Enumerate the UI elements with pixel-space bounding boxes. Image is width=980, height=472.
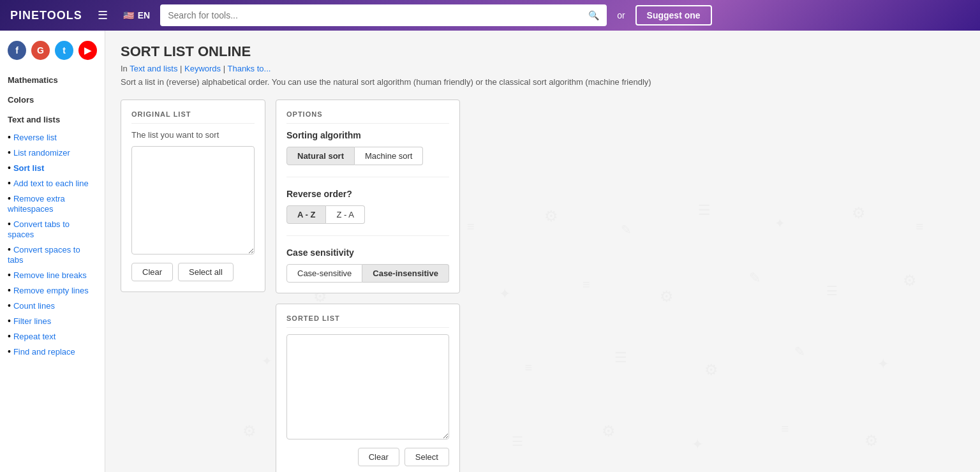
case-sensitive-button[interactable]: Case-sensitive — [286, 264, 362, 283]
search-input[interactable] — [168, 10, 588, 20]
sidebar-item-list-randomizer[interactable]: •List randomizer — [8, 145, 97, 160]
sidebar-item-convert-spaces-tabs[interactable]: •Convert spaces to tabs — [8, 242, 97, 267]
logo: PINETOOLS — [10, 9, 82, 22]
original-list-select-all-button[interactable]: Select all — [178, 263, 234, 281]
sidebar: f G t ▶ Mathematics Colors Text and list… — [0, 31, 105, 472]
sidebar-category-colors[interactable]: Colors — [0, 90, 105, 110]
sidebar-item-add-text[interactable]: •Add text to each line — [8, 175, 97, 191]
sidebar-nav-list: •Reverse list •List randomizer •Sort lis… — [0, 129, 105, 359]
original-list-clear-button[interactable]: Clear — [131, 263, 173, 281]
sidebar-link-remove-extra-whitespaces[interactable]: Remove extra whitespaces — [8, 194, 65, 214]
search-bar: 🔍 — [160, 4, 607, 26]
sidebar-item-reverse-list[interactable]: •Reverse list — [8, 129, 97, 145]
options-panel-title: OPTIONS — [286, 110, 449, 124]
sidebar-link-list-randomizer[interactable]: List randomizer — [13, 148, 70, 158]
sidebar-item-convert-tabs-spaces[interactable]: •Convert tabs to spaces — [8, 216, 97, 242]
sorted-list-panel: SORTED LIST Clear Select — [276, 304, 460, 472]
suggest-button[interactable]: Suggest one — [635, 5, 712, 26]
sidebar-category-text-and-lists-label[interactable]: Text and lists — [8, 115, 60, 124]
case-insensitive-button[interactable]: Case-insensitive — [362, 264, 449, 283]
sidebar-link-find-and-replace[interactable]: Find and replace — [13, 347, 75, 357]
hamburger-button[interactable]: ☰ — [93, 6, 113, 25]
page-description: Sort a list in (reverse) alphabetical or… — [121, 77, 965, 87]
sorting-algorithm-toggle: Natural sort Machine sort — [286, 147, 449, 165]
search-icon: 🔍 — [588, 10, 599, 20]
breadcrumb-keywords-link[interactable]: Keywords — [184, 64, 221, 73]
sidebar-link-sort-list[interactable]: Sort list — [13, 163, 44, 173]
case-sensitivity-toggle: Case-sensitive Case-insensitive — [286, 264, 449, 283]
sidebar-category-text-and-lists: Text and lists — [0, 110, 105, 129]
language-selector[interactable]: 🇺🇸 EN — [123, 10, 150, 20]
original-list-subtitle: The list you want to sort — [131, 130, 255, 140]
original-list-buttons: Clear Select all — [131, 263, 255, 281]
flag-icon: 🇺🇸 — [123, 10, 134, 20]
google-plus-icon[interactable]: G — [31, 41, 50, 60]
sidebar-link-convert-tabs-spaces[interactable]: Convert tabs to spaces — [8, 219, 70, 239]
original-list-textarea[interactable] — [131, 146, 255, 254]
sidebar-link-filter-lines[interactable]: Filter lines — [13, 316, 51, 326]
facebook-icon[interactable]: f — [8, 41, 26, 60]
breadcrumb-thanks-link[interactable]: Thanks to... — [227, 64, 271, 73]
breadcrumb-separator-1: | — [180, 64, 184, 73]
sidebar-link-add-text[interactable]: Add text to each line — [13, 179, 89, 188]
sorted-list-panel-title: SORTED LIST — [286, 314, 449, 328]
sidebar-item-sort-list[interactable]: •Sort list — [8, 160, 97, 175]
page-title: SORT LIST ONLINE — [121, 43, 965, 60]
or-text: or — [617, 10, 625, 20]
sorted-list-buttons: Clear Select — [286, 448, 449, 466]
reverse-order-group: Reverse order? A - Z Z - A — [286, 189, 449, 236]
sidebar-link-remove-empty-lines[interactable]: Remove empty lines — [13, 286, 89, 295]
breadcrumb: In Text and lists | Keywords | Thanks to… — [121, 64, 965, 73]
za-button[interactable]: Z - A — [326, 205, 364, 224]
layout: f G t ▶ Mathematics Colors Text and list… — [0, 31, 980, 472]
social-icons: f G t ▶ — [0, 41, 105, 70]
options-panel: OPTIONS Sorting algorithm Natural sort M… — [276, 100, 460, 293]
reverse-order-label: Reverse order? — [286, 189, 449, 199]
language-label: EN — [138, 10, 150, 20]
sidebar-link-remove-line-breaks[interactable]: Remove line breaks — [13, 270, 87, 280]
right-column: OPTIONS Sorting algorithm Natural sort M… — [276, 100, 460, 472]
twitter-icon[interactable]: t — [55, 41, 73, 60]
sidebar-link-count-lines[interactable]: Count lines — [13, 301, 55, 311]
sidebar-category-mathematics[interactable]: Mathematics — [0, 70, 105, 90]
breadcrumb-text-and-lists-link[interactable]: Text and lists — [130, 64, 177, 73]
sidebar-item-filter-lines[interactable]: •Filter lines — [8, 313, 97, 328]
original-list-panel-title: ORIGINAL LIST — [131, 110, 255, 124]
sidebar-link-convert-spaces-tabs[interactable]: Convert spaces to tabs — [8, 245, 80, 265]
sidebar-item-remove-line-breaks[interactable]: •Remove line breaks — [8, 267, 97, 283]
sidebar-link-reverse-list[interactable]: Reverse list — [13, 133, 57, 142]
sorted-list-clear-button[interactable]: Clear — [358, 448, 399, 466]
breadcrumb-in-text: In — [121, 64, 128, 73]
sorted-list-textarea[interactable] — [286, 334, 449, 439]
main-content: ⚙ ✎ 🔀 ≡ ⚙ ✎ ☰ ✦ ⚙ ≡ ✎ ⚙ ☰ ✦ ≡ ⚙ ✎ ☰ ⚙ ✦ — [105, 31, 980, 472]
sidebar-item-repeat-text[interactable]: •Repeat text — [8, 328, 97, 344]
sidebar-item-remove-empty-lines[interactable]: •Remove empty lines — [8, 283, 97, 298]
natural-sort-button[interactable]: Natural sort — [286, 147, 355, 165]
header: PINETOOLS ☰ 🇺🇸 EN 🔍 or Suggest one — [0, 0, 980, 31]
machine-sort-button[interactable]: Machine sort — [355, 147, 423, 165]
youtube-icon[interactable]: ▶ — [78, 41, 97, 60]
sidebar-item-count-lines[interactable]: •Count lines — [8, 298, 97, 313]
sidebar-item-remove-extra-whitespaces[interactable]: •Remove extra whitespaces — [8, 191, 97, 216]
main-columns: ORIGINAL LIST The list you want to sort … — [121, 100, 965, 472]
sidebar-link-repeat-text[interactable]: Repeat text — [13, 332, 56, 341]
reverse-order-toggle: A - Z Z - A — [286, 205, 449, 224]
az-button[interactable]: A - Z — [286, 205, 326, 224]
sorted-list-select-button[interactable]: Select — [405, 448, 449, 466]
original-list-column: ORIGINAL LIST The list you want to sort … — [121, 100, 265, 472]
original-list-panel: ORIGINAL LIST The list you want to sort … — [121, 100, 265, 292]
case-sensitivity-group: Case sensitivity Case-sensitive Case-ins… — [286, 247, 449, 283]
sidebar-item-find-and-replace[interactable]: •Find and replace — [8, 344, 97, 359]
sorting-algorithm-label: Sorting algorithm — [286, 130, 449, 140]
sorting-algorithm-group: Sorting algorithm Natural sort Machine s… — [286, 130, 449, 177]
case-sensitivity-label: Case sensitivity — [286, 247, 449, 258]
